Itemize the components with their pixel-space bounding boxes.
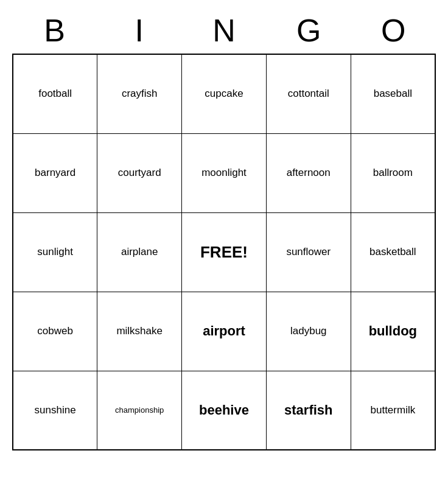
grid-cell[interactable]: crayfish [97,54,182,133]
grid-cell[interactable]: sunlight [13,212,97,292]
grid-cell[interactable]: afternoon [266,133,351,212]
bingo-header: B I N G O [12,6,436,54]
grid-cell[interactable]: ladybug [266,292,351,371]
letter-n: N [181,12,266,49]
grid-cell[interactable]: starfish [266,371,351,450]
table-row: barnyardcourtyardmoonlightafternoonballr… [13,133,435,212]
table-row: sunshinechampionshipbeehivestarfishbutte… [13,371,435,450]
grid-cell[interactable]: beehive [182,371,267,450]
table-row: footballcrayfishcupcakecottontailbasebal… [13,54,435,133]
grid-cell[interactable]: cupcake [182,54,267,133]
bingo-grid: footballcrayfishcupcakecottontailbasebal… [12,54,436,450]
letter-b: B [12,12,97,49]
grid-cell[interactable]: barnyard [13,133,97,212]
grid-cell[interactable]: bulldog [351,292,435,371]
grid-cell[interactable]: courtyard [97,133,182,212]
letter-o: O [351,12,436,49]
table-row: cobwebmilkshakeairportladybugbulldog [13,292,435,371]
letter-i: I [97,12,181,49]
grid-cell[interactable]: moonlight [182,133,267,212]
grid-cell[interactable]: cobweb [13,292,97,371]
grid-cell[interactable]: basketball [351,212,435,292]
grid-cell[interactable]: sunshine [13,371,97,450]
grid-cell[interactable]: buttermilk [351,371,435,450]
grid-cell[interactable]: FREE! [182,212,267,292]
grid-body: footballcrayfishcupcakecottontailbasebal… [13,54,435,450]
grid-cell[interactable]: airplane [97,212,182,292]
table-row: sunlightairplaneFREE!sunflowerbasketball [13,212,435,292]
grid-cell[interactable]: football [13,54,97,133]
grid-cell[interactable]: sunflower [266,212,351,292]
grid-cell[interactable]: ballroom [351,133,435,212]
grid-cell[interactable]: airport [182,292,267,371]
grid-cell[interactable]: baseball [351,54,435,133]
letter-g: G [267,12,351,49]
grid-cell[interactable]: milkshake [97,292,182,371]
grid-cell[interactable]: championship [97,371,182,450]
grid-cell[interactable]: cottontail [266,54,351,133]
